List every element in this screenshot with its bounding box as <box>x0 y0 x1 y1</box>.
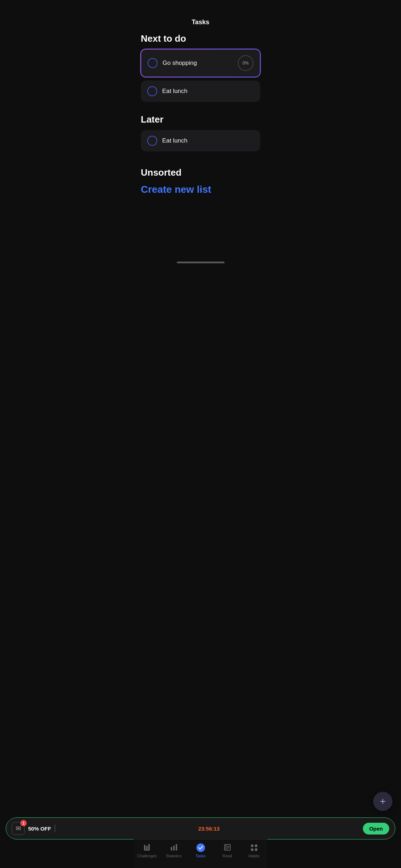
section-heading-next-to-do: Next to do <box>141 33 260 44</box>
task-card-go-shopping[interactable]: Go shopping 0% <box>141 49 260 77</box>
progress-badge-go-shopping: 0% <box>238 55 253 71</box>
task-card-eat-lunch-1[interactable]: Eat lunch <box>141 81 260 102</box>
page-title: Tasks <box>134 16 267 33</box>
status-bar <box>134 0 267 16</box>
main-content: Next to do Go shopping 0% Eat lunch Late… <box>134 33 267 259</box>
task-checkbox-eat-lunch-1[interactable] <box>147 86 157 96</box>
task-label-eat-lunch-2: Eat lunch <box>162 137 254 144</box>
section-heading-unsorted: Unsorted <box>141 167 260 178</box>
create-new-list-button[interactable]: Create new list <box>141 184 260 195</box>
home-indicator <box>177 262 225 263</box>
task-card-eat-lunch-2[interactable]: Eat lunch <box>141 130 260 151</box>
task-label-eat-lunch-1: Eat lunch <box>162 88 254 95</box>
section-unsorted: Unsorted <box>141 167 260 178</box>
section-heading-later: Later <box>141 114 260 125</box>
section-next-to-do: Next to do Go shopping 0% Eat lunch <box>141 33 260 102</box>
task-checkbox-go-shopping[interactable] <box>148 58 158 68</box>
section-later: Later Eat lunch <box>141 114 260 151</box>
task-label-go-shopping: Go shopping <box>163 60 233 67</box>
task-checkbox-eat-lunch-2[interactable] <box>147 136 157 146</box>
